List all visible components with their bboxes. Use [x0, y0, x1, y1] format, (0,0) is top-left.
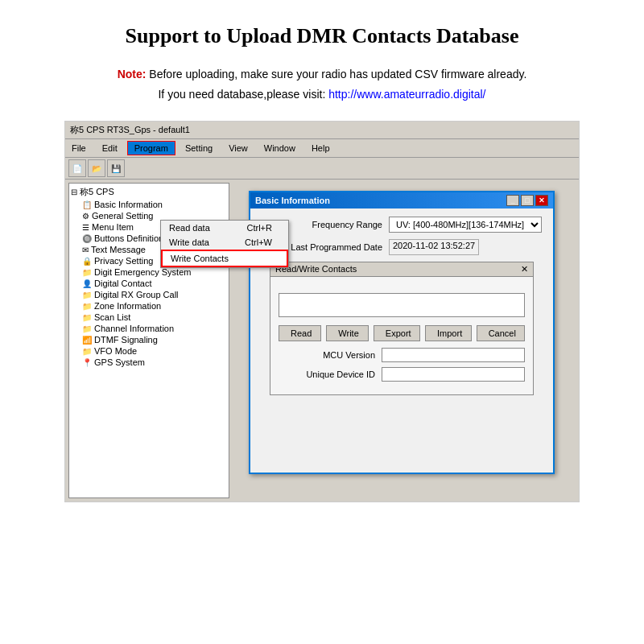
menu-window[interactable]: Window: [258, 142, 302, 155]
last-programmed-value: 2020-11-02 13:52:27: [389, 239, 479, 255]
bottom-spacer: [262, 400, 542, 464]
rw-contacts-content: Read Write Export Import Cancel MCU Vers…: [270, 277, 533, 394]
sidebar-item-basic-info[interactable]: 📋 Basic Information: [71, 199, 227, 210]
import-button[interactable]: Import: [425, 325, 472, 341]
export-button[interactable]: Export: [374, 325, 420, 341]
menu-help[interactable]: Help: [305, 142, 336, 155]
sidebar-item-digital-rx[interactable]: 📁 Digital RX Group Call: [71, 289, 227, 300]
unique-device-id-input[interactable]: [382, 367, 525, 382]
dropdown-write-data[interactable]: Write data Ctrl+W: [161, 235, 288, 250]
screenshot-wrapper: 称5 CPS RT3S_Gps - default1 File Edit Pro…: [64, 121, 580, 502]
win-close[interactable]: ✕: [535, 195, 548, 206]
cancel-button[interactable]: Cancel: [477, 325, 525, 341]
frequency-range-row: Frequency Range UV: [400-480MHz][136-174…: [262, 217, 542, 233]
rw-contacts-window: Read/Write Contacts ✕ Read Write Export: [270, 262, 534, 395]
tree-root: ⊟ 称5 CPS 📋 Basic Information ⚙ General S…: [71, 185, 227, 368]
menu-file[interactable]: File: [65, 142, 93, 155]
note-link[interactable]: http://www.amateurradio.digital/: [328, 88, 485, 101]
toolbar: 📄 📂 💾: [65, 158, 579, 180]
basic-info-content: Frequency Range UV: [400-480MHz][136-174…: [250, 208, 553, 473]
sidebar-item-dtmf[interactable]: 📶 DTMF Signaling: [71, 334, 227, 345]
page-title: Support to Upload DMR Contacts Database: [32, 24, 612, 48]
note-label: Note:: [118, 68, 147, 80]
write-contacts-label: Write Contacts: [171, 254, 229, 263]
last-programmed-row: Last Programmed Date 2020-11-02 13:52:27: [262, 239, 542, 255]
sidebar-item-zone[interactable]: 📁 Zone Information: [71, 300, 227, 312]
toolbar-save[interactable]: 💾: [107, 159, 125, 177]
sidebar-item-gps[interactable]: 📍 GPS System: [71, 357, 227, 368]
rw-contacts-close-icon[interactable]: ✕: [521, 264, 528, 275]
read-data-label: Read data: [169, 223, 210, 233]
mcu-version-input[interactable]: [382, 348, 525, 362]
note-section: Note: Before uploading, make sure your r…: [32, 64, 612, 105]
mcu-version-row: MCU Version: [279, 348, 525, 362]
basic-info-title: Basic Information: [255, 196, 330, 205]
note-line2: If you need database,please visit:: [158, 88, 325, 101]
sidebar-item-channel[interactable]: 📁 Channel Information: [71, 323, 227, 334]
toolbar-new[interactable]: 📄: [68, 159, 86, 177]
rw-contacts-btn-row: Read Write Export Import Cancel: [279, 325, 525, 341]
main-area: ⊟ 称5 CPS 📋 Basic Information ⚙ General S…: [65, 180, 579, 502]
note-text: Before uploading, make sure your radio h…: [149, 68, 526, 80]
sidebar-item-scan[interactable]: 📁 Scan List: [71, 312, 227, 323]
basic-info-titlebar: Basic Information _ □ ✕: [250, 192, 553, 208]
write-data-shortcut: Ctrl+W: [245, 237, 272, 247]
read-button[interactable]: Read: [279, 325, 321, 341]
menu-setting[interactable]: Setting: [179, 142, 219, 155]
write-button[interactable]: Write: [326, 325, 369, 341]
basic-info-window: Basic Information _ □ ✕ Frequency Range …: [249, 191, 555, 474]
sidebar-item-digital-contact[interactable]: 👤 Digital Contact: [71, 278, 227, 289]
menubar: File Edit Program Setting View Window He…: [65, 139, 579, 158]
program-dropdown: Read data Ctrl+R Write data Ctrl+W Write…: [160, 220, 289, 268]
unique-device-id-label: Unique Device ID: [279, 369, 375, 379]
dropdown-read-data[interactable]: Read data Ctrl+R: [161, 221, 288, 235]
menu-edit[interactable]: Edit: [96, 142, 124, 155]
unique-device-id-row: Unique Device ID: [279, 367, 525, 382]
win-maximize[interactable]: □: [521, 195, 534, 206]
tree-root-label[interactable]: ⊟ 称5 CPS: [71, 185, 227, 199]
menu-program[interactable]: Program: [127, 141, 175, 155]
write-data-label: Write data: [169, 237, 209, 247]
toolbar-open[interactable]: 📂: [88, 159, 105, 177]
dropdown-write-contacts[interactable]: Write Contacts: [161, 250, 288, 267]
read-data-shortcut: Ctrl+R: [247, 223, 272, 233]
rw-contacts-titlebar: Read/Write Contacts ✕: [270, 262, 533, 277]
app-titlebar: 称5 CPS RT3S_Gps - default1: [65, 122, 579, 139]
sidebar-item-digit-emergency[interactable]: 📁 Digit Emergency System: [71, 266, 227, 278]
mcu-version-label: MCU Version: [279, 350, 375, 360]
progress-area: [279, 293, 525, 317]
win-minimize[interactable]: _: [506, 195, 519, 206]
menu-view[interactable]: View: [222, 142, 254, 155]
sidebar-item-vfo[interactable]: 📁 VFO Mode: [71, 345, 227, 357]
window-controls: _ □ ✕: [506, 195, 548, 206]
frequency-range-select[interactable]: UV: [400-480MHz][136-174MHz]: [389, 217, 542, 233]
